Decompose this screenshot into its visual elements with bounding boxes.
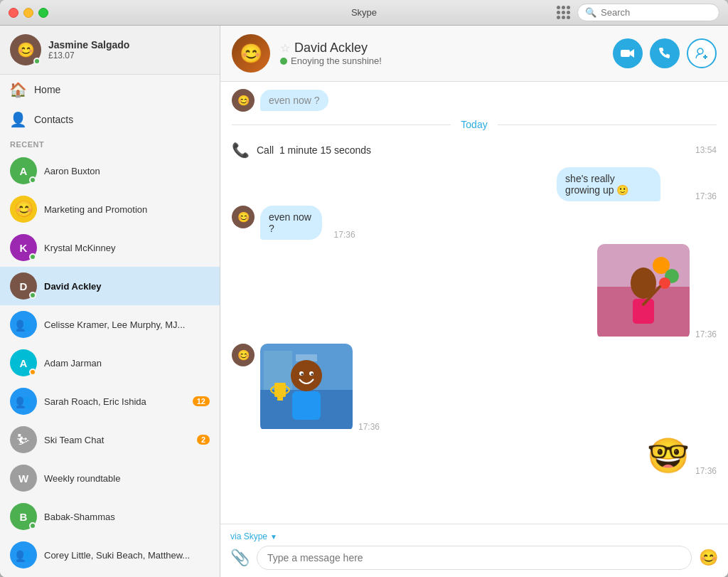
search-input[interactable] <box>601 7 712 18</box>
msg-bubble: she's really growing up 🙂 <box>557 167 660 201</box>
contact-name: Aaron Buxton <box>44 166 210 176</box>
sidebar-item-home[interactable]: 🏠 Home <box>0 75 220 105</box>
contact-avatar: B <box>10 503 37 530</box>
chat-header-info: ☆ David Ackley Enoying the sunshine! <box>280 41 603 66</box>
contact-item-marketing[interactable]: 😊 Marketing and Promotion <box>0 190 220 228</box>
profile-header: 😊 Jasmine Salgado £13.07 <box>0 26 220 75</box>
grid-icon[interactable] <box>557 6 570 19</box>
message-row-emoji: 17:36 🤓 <box>232 436 717 476</box>
contact-item-david[interactable]: D David Ackley <box>0 267 220 305</box>
incoming-preview: 😊 even now ? <box>232 89 717 112</box>
audio-call-button[interactable] <box>650 38 680 68</box>
svg-point-2 <box>697 48 703 54</box>
call-text: Call 1 minute 15 seconds <box>257 144 688 156</box>
contact-name: David Ackley <box>44 281 210 292</box>
recent-section-label: RECENT <box>0 134 220 152</box>
svg-point-20 <box>301 374 304 376</box>
msg-time: 17:36 <box>695 329 717 339</box>
contact-name: Adam Jarman <box>44 358 210 369</box>
chat-header-avatar: 😊 <box>232 34 270 73</box>
star-icon: ☆ <box>280 41 290 55</box>
sidebar: 😊 Jasmine Salgado £13.07 🏠 Home 👤 Contac… <box>0 26 220 577</box>
contact-item-ski[interactable]: ⛷ Ski Team Chat 2 <box>0 420 220 459</box>
emoji-button[interactable]: 😊 <box>699 549 718 567</box>
close-button[interactable] <box>9 8 18 18</box>
profile-info: Jasmine Salgado £13.07 <box>48 39 129 60</box>
chat-contact-name: ☆ David Ackley <box>280 41 603 55</box>
preview-bubble: even now ? <box>260 90 328 111</box>
message-input[interactable] <box>257 546 692 570</box>
svg-rect-24 <box>277 396 283 401</box>
contact-avatar: A <box>10 157 37 184</box>
chevron-down-icon[interactable]: ▼ <box>270 533 277 541</box>
status-indicator <box>33 58 41 65</box>
msg-time: 17:36 <box>695 191 717 201</box>
profile-balance: £13.07 <box>48 51 129 60</box>
contact-item-babak[interactable]: B Babak-Shammas <box>0 497 220 536</box>
contact-item-corey[interactable]: 👥 Corey Little, Suki Beach, Matthew... <box>0 536 220 574</box>
window-controls <box>9 8 48 18</box>
chat-status: Enoying the sunshine! <box>280 55 603 66</box>
svg-rect-22 <box>292 391 321 420</box>
unread-badge: 2 <box>197 435 210 445</box>
contact-name: Celisse Kramer, Lee Murphy, MJ... <box>44 319 210 330</box>
avatar-wrapper: 😊 <box>10 34 41 65</box>
maximize-button[interactable] <box>38 8 48 18</box>
messages-area[interactable]: 😊 even now ? Today 📞 Call 1 minute 15 se… <box>220 82 728 524</box>
msg-with-time: 17:36 she's really growing up 🙂 <box>557 167 717 201</box>
emoji-message: 🤓 <box>647 436 690 476</box>
message-row: 17:36 she's really growing up 🙂 <box>232 167 717 201</box>
contact-item-adam[interactable]: A Adam Jarman <box>0 344 220 382</box>
contact-avatar: A <box>10 349 37 376</box>
msg-avatar: 😊 <box>232 344 255 366</box>
add-contact-button[interactable] <box>687 38 717 68</box>
via-skype-text: via Skype <box>230 531 267 541</box>
sidebar-item-contacts[interactable]: 👤 Contacts <box>0 105 220 134</box>
contacts-icon: 👤 <box>10 112 26 127</box>
svg-point-21 <box>311 374 314 376</box>
svg-rect-0 <box>621 50 630 57</box>
contact-avatar: D <box>10 272 37 300</box>
home-icon: 🏠 <box>10 82 26 97</box>
call-item: 📞 Call 1 minute 15 seconds 13:54 <box>232 137 717 163</box>
contact-name: Ski Team Chat <box>44 435 190 445</box>
attach-button[interactable]: 📎 <box>230 549 250 567</box>
contact-item-celisse[interactable]: 👥 Celisse Kramer, Lee Murphy, MJ... <box>0 305 220 344</box>
contact-item-krystal[interactable]: K Krystal McKinney <box>0 228 220 267</box>
contact-avatar: 😊 <box>10 196 37 223</box>
input-area: via Skype ▼ 📎 😊 <box>220 524 728 577</box>
contact-name: Sarah Roach, Eric Ishida <box>44 396 186 407</box>
nav-contacts-label: Contacts <box>34 114 73 125</box>
msg-with-time: 17:36 <box>260 344 380 432</box>
history-item[interactable]: 🕐 History <box>0 574 220 577</box>
day-divider: Today <box>232 119 717 130</box>
msg-time: 17:36 <box>695 466 717 476</box>
minimize-button[interactable] <box>23 8 33 18</box>
message-row: 😊 even now ? 17:36 <box>232 206 717 240</box>
contact-avatar: W <box>10 465 37 492</box>
chat-area: 😊 ☆ David Ackley Enoying the sunshine! <box>220 26 728 577</box>
contact-item-aaron[interactable]: A Aaron Buxton <box>0 152 220 190</box>
search-icon: 🔍 <box>585 7 596 18</box>
main-content: 😊 Jasmine Salgado £13.07 🏠 Home 👤 Contac… <box>0 26 728 577</box>
day-label: Today <box>451 119 497 130</box>
app-window: Skype 🔍 😊 <box>0 0 728 577</box>
titlebar-right: 🔍 <box>557 4 719 21</box>
window-title: Skype <box>351 7 377 18</box>
contact-item-weekly[interactable]: W Weekly roundtable <box>0 459 220 497</box>
photo-image <box>260 344 353 429</box>
msg-avatar: 😊 <box>232 206 255 228</box>
msg-time: 13:54 <box>695 145 717 155</box>
msg-time: 17:36 <box>358 422 380 432</box>
msg-bubble: even now ? <box>260 206 322 240</box>
msg-time: 17:36 <box>334 230 355 240</box>
contact-name: Marketing and Promotion <box>44 204 210 215</box>
photo-bubble <box>260 344 353 432</box>
photo-bubble <box>597 244 690 339</box>
search-bar[interactable]: 🔍 <box>577 4 719 21</box>
video-call-button[interactable] <box>613 38 643 68</box>
contact-item-sarah[interactable]: 👥 Sarah Roach, Eric Ishida 12 <box>0 382 220 420</box>
message-row-photo: 17:36 <box>232 244 717 339</box>
status-dot <box>280 58 287 65</box>
svg-rect-23 <box>274 383 286 397</box>
